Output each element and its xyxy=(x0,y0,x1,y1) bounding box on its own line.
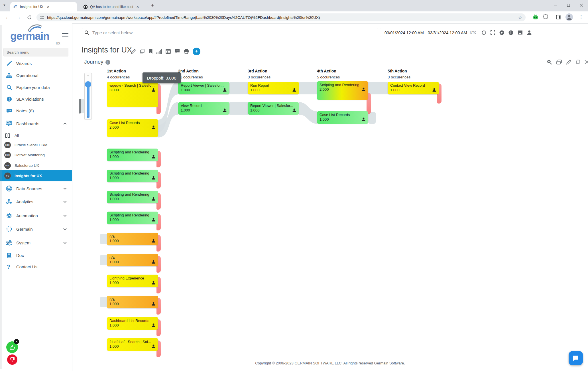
journey-node[interactable]: Contact View Record1.000 xyxy=(388,82,439,94)
chevron-down-icon[interactable] xyxy=(63,213,67,218)
copy-icon[interactable] xyxy=(575,60,580,64)
sidebar-item-salesforce-ux[interactable]: SUXSalesforce UX xyxy=(0,161,72,171)
tab-close-icon[interactable]: ✕ xyxy=(136,5,139,9)
journey-node[interactable]: Scripting and Rendering1.000 xyxy=(107,212,158,224)
zoom-out-label[interactable]: - xyxy=(85,114,91,118)
dismiss-feedback-icon[interactable]: ✕ xyxy=(14,339,19,344)
sidebar-item-system[interactable]: System xyxy=(0,236,72,249)
journey-node[interactable]: Report Viewer | Salesfor...1.000 xyxy=(248,102,299,115)
chevron-down-icon[interactable] xyxy=(63,240,67,245)
hamburger-menu-icon[interactable] xyxy=(62,32,68,38)
extension-robot-icon[interactable] xyxy=(532,14,539,21)
print-icon[interactable] xyxy=(184,49,189,54)
journey-node[interactable]: View Record1.000 xyxy=(178,102,229,115)
profile-avatar[interactable] xyxy=(565,13,573,22)
journey-node[interactable]: n/a1.000 xyxy=(107,233,158,245)
journey-node[interactable]: Scripting and Rendering1.000 xyxy=(107,191,158,203)
journey-node[interactable]: Lightning Experience1.000 xyxy=(107,275,158,287)
user-menu-icon[interactable] xyxy=(527,30,532,35)
journey-node[interactable]: Scripting and Rendering1.000 xyxy=(107,170,158,182)
sidebar-item-sla-violations[interactable]: SLA Violations xyxy=(0,93,72,105)
sidebar-item-analytics[interactable]: Analytics xyxy=(0,195,72,208)
journey-node[interactable]: wqeqw - Search | Salesfo...3.000 xyxy=(107,82,158,107)
inbox-icon[interactable] xyxy=(517,30,523,35)
window-maximize-button[interactable] xyxy=(562,0,575,10)
zoom-slider-bar[interactable] xyxy=(87,84,89,118)
sidebar-item-data-sources[interactable]: Data Sources xyxy=(0,182,72,195)
tab-search-chevron-icon[interactable]: ▼ xyxy=(3,3,6,7)
close-icon[interactable] xyxy=(585,60,588,64)
side-panel-icon[interactable] xyxy=(556,14,561,21)
sidebar-item-dashboards[interactable]: Dashboards xyxy=(0,117,72,130)
edit-pencil-icon[interactable] xyxy=(131,49,136,54)
info-icon[interactable] xyxy=(508,30,514,35)
mini-scroll-handle[interactable] xyxy=(79,99,81,113)
zoom-in-label[interactable]: + xyxy=(85,74,91,78)
date-range-picker[interactable]: 03/01/2024 12:00 AM - 03/31/2024 12:00 A… xyxy=(380,28,478,37)
sidebar-item-dotnet-montoring[interactable]: DMODotNet Montoring xyxy=(0,150,72,160)
refresh-icon[interactable] xyxy=(481,30,487,35)
browser-tab-active[interactable]: Insights for UX ✕ xyxy=(10,2,77,11)
chevron-down-icon[interactable] xyxy=(63,199,67,204)
journey-node[interactable]: n/a1.000 xyxy=(107,254,158,266)
tab-close-icon[interactable]: ✕ xyxy=(47,5,50,9)
sidebar-item-wizards[interactable]: Wizards xyxy=(0,58,72,69)
browser-menu-icon[interactable]: ⋮ xyxy=(579,14,583,20)
add-widget-button[interactable]: + xyxy=(193,48,200,55)
left-scrollbar[interactable] xyxy=(1,25,1,369)
fullscreen-icon[interactable] xyxy=(490,30,495,35)
dashboard-search-input[interactable] xyxy=(82,28,378,37)
sidebar-item-doc[interactable]: Doc xyxy=(0,249,72,261)
calendar-grid-icon[interactable] xyxy=(166,49,171,54)
chevron-up-icon[interactable] xyxy=(63,121,67,126)
journey-node[interactable]: Run Report1.000 xyxy=(248,82,299,94)
comment-icon[interactable] xyxy=(174,49,180,54)
bookmark-icon[interactable] xyxy=(148,49,153,54)
journey-node[interactable]: Scripting and Rendering1.000 xyxy=(107,149,158,161)
reload-icon[interactable] xyxy=(26,14,33,21)
window-close-button[interactable] xyxy=(575,0,588,10)
window-minimize-button[interactable] xyxy=(549,0,562,10)
journey-node[interactable]: Case List Records2.000 xyxy=(107,119,158,137)
journey-info-icon[interactable]: i xyxy=(105,60,110,65)
journey-node[interactable]: Scripting and Rendering2.000 xyxy=(317,81,368,100)
chevron-down-icon[interactable] xyxy=(63,186,67,191)
new-tab-button[interactable]: + xyxy=(151,3,154,9)
sidebar-search-input[interactable] xyxy=(3,48,68,56)
node-label: View Record xyxy=(181,104,227,108)
extensions-puzzle-icon[interactable] xyxy=(543,14,548,21)
zoom-slider-knob[interactable] xyxy=(85,81,91,88)
back-icon[interactable]: ← xyxy=(4,14,11,21)
sidebar-item-all[interactable]: All xyxy=(0,131,72,140)
play-icon[interactable] xyxy=(499,30,504,35)
restore-window-icon[interactable] xyxy=(556,60,562,64)
journey-node[interactable]: Case List Records1.000 xyxy=(317,111,368,124)
sidebar-item-operational[interactable]: Operational xyxy=(0,70,72,81)
forward-icon[interactable]: → xyxy=(15,14,22,21)
diagram-zoom-slider[interactable]: + - xyxy=(84,73,92,119)
chat-widget-button[interactable] xyxy=(569,351,583,365)
sidebar-item-germain[interactable]: Germain xyxy=(0,222,72,236)
browser-tab-inactive[interactable]: QA has to be used like custome ✕ xyxy=(80,2,145,11)
date-range-text[interactable]: 03/01/2024 12:00 AM - 03/31/2024 12:00 A… xyxy=(384,30,467,35)
journey-node[interactable]: fdsafdsaf - Search | Sal...1.000 xyxy=(107,338,158,351)
signal-bars-icon[interactable] xyxy=(156,49,162,54)
url-bar[interactable]: https://qa.cloud.germainapm.com/germaina… xyxy=(36,13,526,21)
sidebar-item-insights-for-ux[interactable]: IFUInsights for UX xyxy=(0,170,72,181)
sidebar-item-contact-us[interactable]: ?Contact Us xyxy=(0,261,72,273)
chevron-down-icon[interactable] xyxy=(63,226,67,232)
journey-node[interactable]: Dashboard List Records1.000 xyxy=(107,317,158,330)
edit-pencil-icon[interactable] xyxy=(566,60,571,65)
site-settings-icon[interactable] xyxy=(40,15,44,20)
thumbs-down-button[interactable] xyxy=(7,354,17,365)
sidebar-item-oracle-siebel-crm[interactable]: OSCOracle Siebel CRM xyxy=(0,140,72,150)
sidebar-item-notes-8[interactable]: Notes (8) xyxy=(0,105,72,117)
zoom-in-icon[interactable] xyxy=(547,59,552,65)
copy-icon[interactable] xyxy=(140,49,145,54)
sidebar-item-automation[interactable]: Automation xyxy=(0,209,72,222)
bookmark-star-icon[interactable]: ☆ xyxy=(518,15,522,20)
dashboard-icon xyxy=(6,120,13,127)
journey-node[interactable]: Report Viewer | Salesfor...1.000 xyxy=(178,82,229,94)
journey-node[interactable]: n/a1.000 xyxy=(107,296,158,308)
sidebar-item-explore-your-data[interactable]: Explore your data xyxy=(0,82,72,93)
